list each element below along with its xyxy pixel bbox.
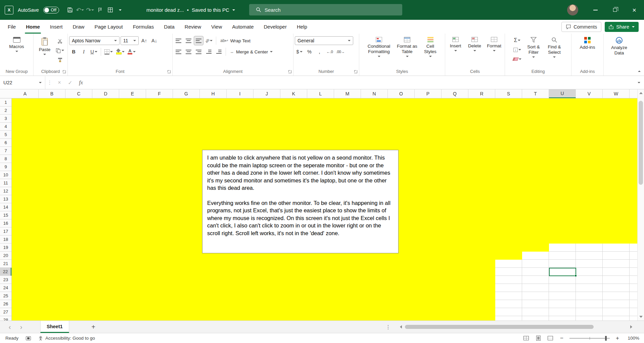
align-bottom-button[interactable] <box>194 36 203 45</box>
sort-filter-button[interactable]: Sort & Filter <box>524 35 543 63</box>
decrease-indent-button[interactable] <box>204 47 213 56</box>
paste-button[interactable]: Paste <box>36 35 53 64</box>
row-header-27[interactable]: 27 <box>0 308 11 316</box>
addins-button[interactable]: Add-ins <box>577 35 599 50</box>
row-header-14[interactable]: 14 <box>0 203 11 211</box>
scroll-down-arrow[interactable] <box>639 316 643 318</box>
row-header-4[interactable]: 4 <box>0 123 11 131</box>
delete-cells-button[interactable]: Delete <box>466 35 484 51</box>
column-header-I[interactable]: I <box>227 89 254 98</box>
alignment-dialog-launcher[interactable] <box>288 70 291 73</box>
borders-button[interactable] <box>103 47 114 56</box>
number-dialog-launcher[interactable] <box>354 70 357 73</box>
font-size-select[interactable]: 11 <box>121 36 139 45</box>
previous-sheet-button[interactable]: ‹ <box>5 321 15 333</box>
column-header-M[interactable]: M <box>334 89 361 98</box>
zoom-slider[interactable] <box>569 336 610 341</box>
table-tool-button[interactable] <box>106 5 114 15</box>
column-header-L[interactable]: L <box>307 89 334 98</box>
row-header-10[interactable]: 10 <box>0 171 11 179</box>
row-header-20[interactable]: 20 <box>0 252 11 260</box>
column-header-K[interactable]: K <box>280 89 307 98</box>
search-input[interactable]: Search <box>249 4 402 15</box>
yellow-fill-region[interactable] <box>495 98 522 260</box>
font-color-button[interactable]: A <box>127 47 137 56</box>
yellow-fill-region[interactable] <box>549 98 637 244</box>
cell-styles-button[interactable]: Cell Styles <box>421 35 440 57</box>
row-header-7[interactable]: 7 <box>0 147 11 155</box>
tab-data[interactable]: Data <box>159 20 180 34</box>
zoom-slider-thumb[interactable] <box>605 336 607 341</box>
accounting-format-button[interactable]: $ <box>295 47 304 56</box>
align-right-button[interactable] <box>194 47 203 56</box>
column-header-P[interactable]: P <box>415 89 442 98</box>
horizontal-scrollbar-thumb[interactable] <box>405 325 594 329</box>
tab-automate[interactable]: Automate <box>227 20 259 34</box>
horizontal-scrollbar[interactable] <box>398 323 635 331</box>
analyze-data-button[interactable]: Analyze Data <box>608 35 630 56</box>
excel-logo-icon[interactable]: X <box>5 6 13 14</box>
collapse-ribbon-button[interactable] <box>638 68 641 73</box>
row-header-5[interactable]: 5 <box>0 131 11 139</box>
scroll-up-arrow[interactable] <box>639 92 643 94</box>
floating-textbox[interactable]: I am unable to click anywhere that is no… <box>202 150 399 253</box>
orientation-button[interactable]: ab <box>204 36 214 45</box>
tab-file[interactable]: File <box>3 20 21 34</box>
page-break-view-button[interactable] <box>547 335 554 342</box>
page-layout-view-button[interactable] <box>535 335 542 342</box>
fill-button[interactable]: ↓ <box>512 45 522 54</box>
column-header-U[interactable]: U <box>549 89 576 98</box>
align-center-button[interactable] <box>184 47 193 56</box>
customize-quick-access-toolbar-button[interactable] <box>116 5 125 15</box>
row-header-23[interactable]: 23 <box>0 276 11 284</box>
row-header-6[interactable]: 6 <box>0 139 11 147</box>
tab-review[interactable]: Review <box>180 20 206 34</box>
increase-decimal-button[interactable]: ←.0 <box>325 47 334 56</box>
formula-input[interactable] <box>86 76 634 89</box>
row-header-18[interactable]: 18 <box>0 235 11 244</box>
vertical-scrollbar[interactable] <box>637 89 644 320</box>
document-title-menu[interactable]: monitor dead z... • Saved to this PC <box>146 7 235 13</box>
increase-indent-button[interactable] <box>214 47 223 56</box>
column-header-N[interactable]: N <box>361 89 388 98</box>
conditional-formatting-button[interactable]: Conditional Formatting <box>365 35 394 57</box>
macros-button[interactable]: Macros <box>6 35 28 52</box>
zoom-level-label[interactable]: 100% <box>625 336 639 341</box>
autosum-button[interactable]: Σ <box>512 36 522 45</box>
row-header-17[interactable]: 17 <box>0 227 11 235</box>
format-as-table-button[interactable]: Format as Table <box>395 35 420 57</box>
save-button[interactable] <box>65 5 74 15</box>
scroll-right-arrow[interactable] <box>628 325 635 329</box>
tab-developer[interactable]: Developer <box>259 20 292 34</box>
column-header-H[interactable]: H <box>200 89 227 98</box>
wrap-text-button[interactable]: ab↩ Wrap Text <box>219 37 252 44</box>
column-header-C[interactable]: C <box>65 89 92 98</box>
tab-page-layout[interactable]: Page Layout <box>89 20 128 34</box>
close-button[interactable]: × <box>625 0 644 20</box>
row-header-3[interactable]: 3 <box>0 115 11 123</box>
expand-formula-bar-button[interactable] <box>634 82 644 83</box>
column-header-V[interactable]: V <box>576 89 603 98</box>
row-header-26[interactable]: 26 <box>0 300 11 308</box>
comma-style-button[interactable]: , <box>315 47 324 56</box>
insert-cells-button[interactable]: Insert <box>447 35 464 51</box>
zoom-in-button[interactable]: + <box>614 335 620 342</box>
row-header-24[interactable]: 24 <box>0 284 11 292</box>
column-header-E[interactable]: E <box>119 89 146 98</box>
user-avatar[interactable] <box>567 4 578 15</box>
column-header-B[interactable]: B <box>39 89 65 98</box>
column-header-T[interactable]: T <box>522 89 549 98</box>
scroll-left-arrow[interactable] <box>398 325 404 329</box>
row-header-25[interactable]: 25 <box>0 292 11 300</box>
bold-button[interactable]: B <box>69 47 78 56</box>
accessibility-status[interactable]: Accessibility: Good to go <box>38 336 95 341</box>
row-header-28[interactable]: 28 <box>0 316 11 320</box>
spreadsheet-grid[interactable]: I am unable to click anywhere that is no… <box>12 98 637 320</box>
name-box[interactable]: U22 <box>0 76 45 89</box>
tab-view[interactable]: View <box>206 20 227 34</box>
increase-font-size-button[interactable]: A↑ <box>140 36 149 45</box>
row-header-16[interactable]: 16 <box>0 219 11 227</box>
row-header-11[interactable]: 11 <box>0 179 11 187</box>
row-header-21[interactable]: 21 <box>0 260 11 268</box>
align-middle-button[interactable] <box>184 36 193 45</box>
